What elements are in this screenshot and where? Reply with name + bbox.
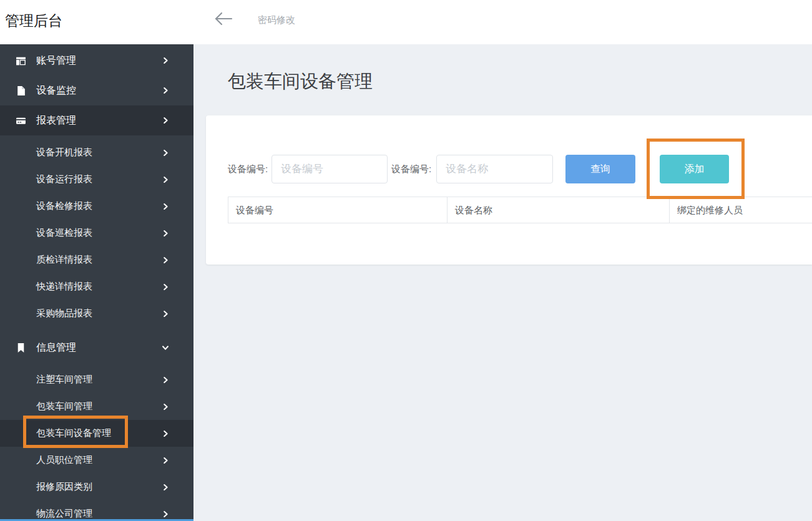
sidebar-item[interactable]: 设备开机报表 [0, 139, 193, 166]
page-nav-title: 密码修改 [258, 0, 295, 40]
sidebar-item-label: 采购物品报表 [36, 308, 92, 319]
chevron-right-icon [161, 402, 170, 411]
chevron-right-icon [161, 229, 170, 238]
sidebar: 账号管理设备监控报表管理设备开机报表设备运行报表设备检修报表设备巡检报表质检详情… [0, 44, 193, 521]
screen: 管理后台 密码修改 账号管理设备监控报表管理设备开机报表设备运行报表设备检修报表… [0, 0, 812, 521]
chevron-right-icon [161, 86, 170, 95]
chevron-right-icon [161, 483, 170, 492]
sidebar-item-label: 注塑车间管理 [36, 374, 92, 386]
sidebar-item-label: 报修原因类别 [36, 481, 92, 493]
chevron-right-icon [161, 376, 170, 384]
chevron-right-icon [161, 175, 170, 184]
page-title: 包装车间设备管理 [228, 69, 373, 94]
sidebar-item[interactable]: 质检详情报表 [0, 246, 193, 273]
sidebar-item[interactable]: 包装车间管理 [0, 393, 193, 420]
sidebar-item[interactable]: 采购物品报表 [0, 300, 193, 327]
column-header: 设备编号 [228, 197, 448, 223]
back-button[interactable] [214, 12, 234, 28]
sidebar-item-label: 设备监控 [36, 84, 76, 97]
main-content: 包装车间设备管理 设备编号: 设备编号: 查询 添加 设备编号设备名称绑定的维修… [193, 44, 812, 521]
table-header: 设备编号设备名称绑定的维修人员 [228, 197, 812, 223]
add-button[interactable]: 添加 [660, 155, 729, 183]
sidebar-item-label: 设备开机报表 [36, 147, 92, 158]
sidebar-item-label: 信息管理 [36, 341, 76, 354]
chevron-right-icon [161, 116, 170, 125]
sidebar-item[interactable]: 设备检修报表 [0, 193, 193, 220]
device-number-label: 设备编号: [228, 155, 268, 183]
chevron-right-icon [161, 202, 170, 211]
sidebar-item-label: 快递详情报表 [36, 281, 92, 293]
device-name-input[interactable] [436, 155, 553, 183]
sidebar-item[interactable]: 注塑车间管理 [0, 366, 193, 393]
query-button[interactable]: 查询 [565, 155, 635, 183]
sidebar-item[interactable]: 信息管理 [0, 333, 193, 363]
file-icon [16, 85, 27, 96]
sidebar-item-label: 物流公司管理 [36, 508, 92, 520]
column-header: 设备名称 [448, 197, 670, 223]
chevron-down-icon [161, 343, 170, 352]
left-arrow-icon [214, 12, 233, 28]
column-header: 绑定的维修人员 [670, 197, 812, 223]
content-card: 设备编号: 设备编号: 查询 添加 设备编号设备名称绑定的维修人员 [206, 115, 812, 265]
top-header: 管理后台 密码修改 [0, 0, 812, 44]
chevron-right-icon [161, 456, 170, 465]
card-icon [16, 115, 27, 126]
chevron-right-icon [161, 283, 170, 291]
sidebar-item[interactable]: 报表管理 [0, 105, 193, 135]
sidebar-menu: 账号管理设备监控报表管理设备开机报表设备运行报表设备检修报表设备巡检报表质检详情… [0, 46, 193, 521]
sidebar-item-label: 人员职位管理 [36, 454, 92, 466]
sidebar-item[interactable]: 设备运行报表 [0, 166, 193, 193]
device-name-label: 设备编号: [391, 155, 431, 183]
sidebar-item[interactable]: 账号管理 [0, 46, 193, 75]
sidebar-item[interactable]: 包装车间设备管理 [0, 420, 193, 447]
sidebar-item-label: 设备检修报表 [36, 200, 92, 212]
sidebar-item-label: 包装车间管理 [36, 401, 92, 412]
chevron-right-icon [161, 309, 170, 318]
sidebar-item-label: 设备运行报表 [36, 173, 92, 185]
sidebar-item[interactable]: 物流公司管理 [0, 500, 193, 521]
chevron-right-icon [161, 510, 170, 519]
sidebar-item-label: 设备巡检报表 [36, 227, 92, 239]
bookmark-icon [16, 343, 27, 353]
panel-icon [16, 56, 27, 66]
chevron-right-icon [161, 149, 170, 157]
sidebar-item[interactable]: 设备监控 [0, 75, 193, 105]
sidebar-item-label: 包装车间设备管理 [36, 427, 111, 439]
sidebar-item-label: 报表管理 [36, 114, 76, 127]
chevron-right-icon [161, 429, 170, 438]
chevron-right-icon [161, 56, 170, 65]
device-number-input[interactable] [271, 155, 388, 183]
sidebar-item[interactable]: 报修原因类别 [0, 474, 193, 500]
sidebar-item[interactable]: 人员职位管理 [0, 447, 193, 474]
sidebar-item[interactable]: 快递详情报表 [0, 273, 193, 300]
chevron-right-icon [161, 256, 170, 265]
sidebar-item[interactable]: 设备巡检报表 [0, 220, 193, 246]
app-title: 管理后台 [5, 0, 62, 41]
sidebar-item-label: 质检详情报表 [36, 254, 92, 266]
sidebar-item-label: 账号管理 [36, 54, 76, 67]
